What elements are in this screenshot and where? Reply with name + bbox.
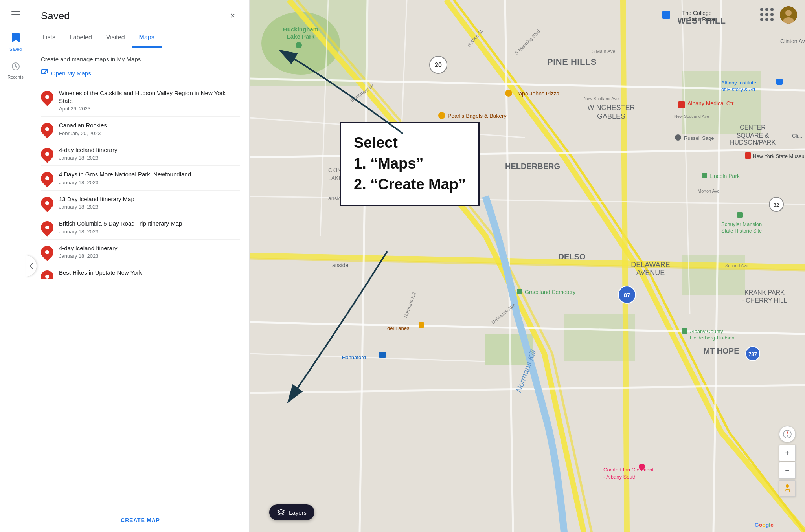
panel-header: Saved × (31, 0, 249, 28)
map-list-item[interactable]: Canadian Rockies February 20, 2023 (41, 117, 240, 141)
svg-text:DELSO: DELSO (559, 252, 586, 261)
zoom-in-icon: + (785, 449, 790, 458)
svg-rect-48 (776, 79, 783, 85)
hamburger-line-1 (11, 11, 20, 12)
map-item-date: January 18, 2023 (59, 155, 240, 161)
compass-button[interactable] (779, 426, 796, 442)
map-item-title: 4-day Iceland Itinerary (59, 244, 240, 252)
google-o2: o (762, 522, 766, 528)
bookmark-icon (11, 32, 20, 46)
map-list-item[interactable]: 13 Day Iceland Itinerary Map January 18,… (41, 191, 240, 215)
open-my-maps-link[interactable]: Open My Maps (41, 69, 240, 77)
tab-visited[interactable]: Visited (99, 28, 132, 48)
map-list-item[interactable]: 4 Days in Gros More National Park, Newfo… (41, 166, 240, 191)
svg-text:Cli...: Cli... (792, 133, 802, 139)
sidebar-item-recents[interactable]: Recents (4, 59, 28, 83)
hamburger-line-3 (11, 17, 20, 17)
map-area[interactable]: Normans Kill 20 87 32 787 WEST HILL PINE… (250, 0, 805, 532)
svg-text:Lake Park: Lake Park (287, 33, 315, 40)
map-item-info: 4-day Iceland Itinerary January 18, 2023 (59, 146, 240, 161)
svg-text:20: 20 (435, 62, 442, 68)
map-list-item-partial[interactable]: Best Hikes in Upstate New York (41, 264, 240, 279)
svg-text:KRANK PARK: KRANK PARK (744, 289, 785, 296)
external-link-icon (41, 69, 48, 77)
svg-text:SQUARE &: SQUARE & (737, 132, 769, 139)
svg-text:of Saint Rose: of Saint Rose (682, 16, 715, 22)
map-pin-icon (38, 88, 56, 106)
tab-maps[interactable]: Maps (132, 28, 162, 48)
svg-rect-67 (419, 322, 424, 328)
map-list-item[interactable]: 4-day Iceland Itinerary January 18, 2023 (41, 141, 240, 166)
panel-description: Create and manage maps in My Maps (41, 56, 240, 62)
tabs-container: Lists Labeled Visited Maps (31, 28, 249, 48)
svg-text:WINCHESTER: WINCHESTER (588, 104, 635, 112)
street-view-button[interactable] (779, 480, 796, 497)
map-item-info: Wineries of the Catskills and Hudson Val… (59, 89, 240, 112)
map-item-date: January 18, 2023 (59, 229, 240, 235)
dot-grid-item (770, 13, 774, 16)
svg-text:- CHERRY HILL: - CHERRY HILL (742, 297, 787, 304)
svg-rect-40 (438, 112, 445, 119)
map-pin-icon (41, 268, 56, 279)
dot-grid-item (760, 13, 763, 16)
svg-rect-42 (678, 101, 685, 108)
map-list: Wineries of the Catskills and Hudson Val… (41, 84, 240, 279)
map-list-item[interactable]: 4-day Iceland Itinerary January 18, 2023 (41, 240, 240, 264)
svg-text:32: 32 (774, 202, 779, 208)
map-pin-icon (38, 120, 56, 138)
google-e: e (770, 522, 774, 528)
svg-text:del Lanes: del Lanes (387, 325, 410, 331)
svg-rect-35 (662, 11, 670, 19)
panel-title: Saved (41, 10, 70, 22)
saved-panel: Saved × Lists Labeled Visited Maps Creat… (31, 0, 250, 532)
map-controls: + − (779, 426, 796, 497)
svg-text:Albany Institute: Albany Institute (721, 80, 756, 86)
map-item-date: April 26, 2023 (59, 106, 240, 112)
map-item-info: 4-day Iceland Itinerary January 18, 2023 (59, 244, 240, 259)
svg-rect-59 (517, 289, 522, 294)
map-pin-icon (38, 243, 56, 261)
svg-text:State Historic Site: State Historic Site (721, 228, 762, 234)
user-avatar[interactable] (780, 6, 797, 24)
svg-text:New Scotland Ave: New Scotland Ave (674, 114, 709, 119)
svg-text:Helderberg-Hudson...: Helderberg-Hudson... (690, 335, 739, 341)
svg-point-89 (785, 10, 792, 16)
open-my-maps-label: Open My Maps (51, 70, 91, 77)
map-item-date: January 18, 2023 (59, 204, 240, 210)
recents-label: Recents (7, 75, 23, 79)
sidebar-item-saved[interactable]: Saved (4, 29, 28, 55)
layers-button[interactable]: Layers (269, 504, 314, 520)
tab-labeled[interactable]: Labeled (62, 28, 99, 48)
svg-text:MT HOPE: MT HOPE (703, 347, 739, 355)
map-list-item[interactable]: British Columbia 5 Day Road Trip Itinera… (41, 215, 240, 240)
svg-point-32 (296, 42, 302, 48)
map-item-title: British Columbia 5 Day Road Trip Itinera… (59, 220, 240, 227)
zoom-out-button[interactable]: − (779, 462, 796, 479)
svg-text:PINE HILLS: PINE HILLS (547, 57, 597, 67)
annotation-box: Select 1. “Maps” 2. “Create Map” (340, 122, 480, 206)
create-map-button[interactable]: CREATE MAP (116, 514, 165, 526)
zoom-out-icon: − (785, 466, 790, 475)
map-item-info: British Columbia 5 Day Road Trip Itinera… (59, 220, 240, 235)
svg-point-92 (786, 484, 789, 488)
layers-label: Layers (289, 509, 307, 516)
zoom-in-button[interactable]: + (779, 445, 796, 461)
map-list-item[interactable]: Wineries of the Catskills and Hudson Val… (41, 84, 240, 117)
svg-text:Pearl's Bagels & Bakery: Pearl's Bagels & Bakery (448, 113, 507, 119)
svg-text:New Scotland Ave: New Scotland Ave (584, 96, 619, 101)
dot-grid-item (770, 18, 774, 21)
close-button[interactable]: × (226, 9, 240, 23)
svg-text:Albany Medical Ctr: Albany Medical Ctr (687, 100, 734, 106)
dot-grid-item (770, 8, 774, 11)
annotation-line2: 1. “Maps” (354, 153, 466, 174)
tab-lists[interactable]: Lists (35, 28, 62, 48)
map-item-date: January 18, 2023 (59, 253, 240, 259)
hamburger-menu[interactable] (9, 7, 23, 21)
panel-content: Create and manage maps in My Maps Open M… (31, 48, 249, 508)
recents-icon (11, 62, 20, 73)
google-o1: o (759, 522, 763, 528)
google-apps-button[interactable] (760, 8, 774, 22)
svg-text:S Main Ave: S Main Ave (592, 49, 616, 54)
map-item-date: February 20, 2023 (59, 130, 240, 136)
saved-label: Saved (9, 47, 22, 51)
